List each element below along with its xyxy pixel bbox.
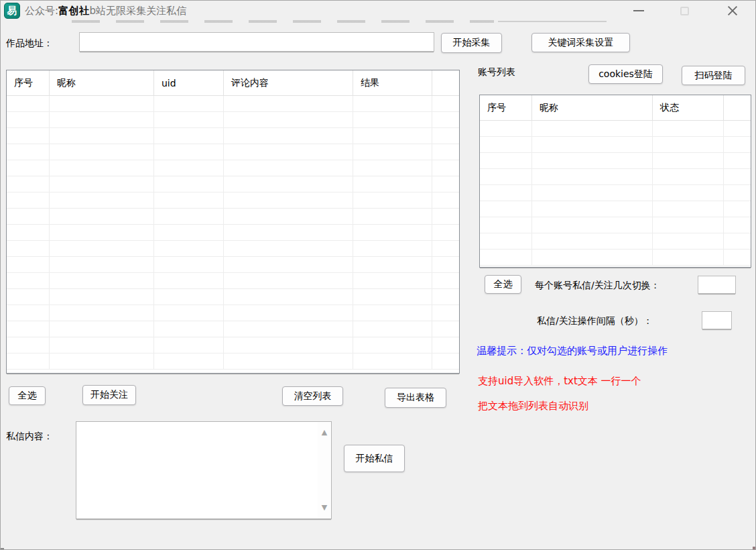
scroll-up-icon[interactable]: ▲ xyxy=(318,428,331,437)
column-header-nickname[interactable]: 昵称 xyxy=(50,70,154,95)
table-row[interactable] xyxy=(7,321,459,337)
accounts-table-body[interactable] xyxy=(480,121,751,267)
table-cell xyxy=(653,137,724,152)
table-row[interactable] xyxy=(7,241,459,257)
table-cell xyxy=(154,209,224,224)
table-cell xyxy=(7,209,50,224)
message-scrollbar[interactable]: ▲ ▼ xyxy=(318,422,331,518)
table-row[interactable] xyxy=(480,169,751,185)
minimize-button[interactable] xyxy=(617,1,660,21)
table-cell xyxy=(532,250,653,265)
work-url-label: 作品地址： xyxy=(6,38,53,50)
table-cell xyxy=(7,225,50,240)
table-cell xyxy=(480,201,532,217)
message-content-input[interactable] xyxy=(76,422,318,518)
table-cell xyxy=(432,96,459,111)
clear-list-button[interactable]: 清空列表 xyxy=(282,386,343,406)
column-header-index[interactable]: 序号 xyxy=(7,70,50,95)
table-cell xyxy=(653,201,724,217)
table-cell xyxy=(7,128,50,144)
comments-select-all-button[interactable]: 全选 xyxy=(9,386,46,405)
switch-count-input[interactable] xyxy=(698,276,736,294)
table-row[interactable] xyxy=(7,112,459,128)
table-row[interactable] xyxy=(480,185,751,201)
column-header-comment[interactable]: 评论内容 xyxy=(224,70,353,95)
column-header-status[interactable]: 状态 xyxy=(653,95,724,120)
table-cell xyxy=(432,257,459,272)
table-cell xyxy=(432,321,459,337)
table-row[interactable] xyxy=(7,305,459,321)
accounts-select-all-button[interactable]: 全选 xyxy=(485,275,521,294)
keyword-collect-settings-button[interactable]: 关键词采集设置 xyxy=(531,33,630,52)
table-cell xyxy=(7,353,50,369)
comments-table-body[interactable] xyxy=(7,96,459,373)
table-cell xyxy=(480,233,532,249)
table-row[interactable] xyxy=(7,225,459,241)
table-row[interactable] xyxy=(7,160,459,176)
table-cell xyxy=(154,305,224,321)
table-row[interactable] xyxy=(7,96,459,112)
table-row[interactable] xyxy=(480,233,751,250)
table-row[interactable] xyxy=(7,289,459,305)
start-message-button[interactable]: 开始私信 xyxy=(344,445,405,472)
table-cell xyxy=(154,192,224,208)
table-row[interactable] xyxy=(7,353,459,370)
table-row[interactable] xyxy=(7,273,459,289)
table-row[interactable] xyxy=(7,144,459,160)
table-cell xyxy=(7,176,50,192)
table-cell xyxy=(432,289,459,305)
cookies-login-button[interactable]: cookies登陆 xyxy=(588,64,663,84)
qr-login-button[interactable]: 扫码登陆 xyxy=(682,66,745,85)
table-row[interactable] xyxy=(480,250,751,266)
scroll-down-icon[interactable]: ▼ xyxy=(318,503,331,512)
table-cell xyxy=(7,257,50,272)
accounts-table[interactable]: 序号 昵称 状态 xyxy=(479,95,751,268)
table-cell xyxy=(724,201,751,217)
table-row[interactable] xyxy=(7,209,459,225)
table-row[interactable] xyxy=(7,337,459,353)
blurred-watermark-line xyxy=(498,21,607,22)
maximize-button[interactable] xyxy=(660,1,708,21)
close-button[interactable] xyxy=(708,1,756,21)
table-cell xyxy=(7,241,50,256)
table-cell xyxy=(653,233,724,249)
table-cell xyxy=(353,273,432,288)
table-cell xyxy=(532,233,653,249)
export-table-button[interactable]: 导出表格 xyxy=(385,388,446,408)
table-cell xyxy=(480,185,532,201)
accounts-table-header: 序号 昵称 状态 xyxy=(480,95,751,121)
table-cell xyxy=(154,96,224,111)
work-url-input[interactable] xyxy=(79,32,434,52)
table-cell xyxy=(224,209,353,224)
table-row[interactable] xyxy=(7,257,459,273)
comments-table[interactable]: 序号 昵称 uid 评论内容 结果 xyxy=(6,70,460,374)
table-cell xyxy=(224,96,353,111)
interval-input[interactable] xyxy=(702,311,732,329)
table-row[interactable] xyxy=(480,121,751,137)
table-row[interactable] xyxy=(7,176,459,192)
table-row[interactable] xyxy=(7,192,459,209)
table-cell xyxy=(353,176,432,192)
table-cell xyxy=(50,96,154,111)
table-cell xyxy=(353,144,432,160)
maximize-icon xyxy=(680,7,689,15)
table-row[interactable] xyxy=(7,128,459,144)
table-cell xyxy=(353,289,432,305)
table-row[interactable] xyxy=(480,153,751,169)
table-cell xyxy=(653,121,724,136)
table-cell xyxy=(50,241,154,256)
start-collect-button[interactable]: 开始采集 xyxy=(441,33,502,53)
table-cell xyxy=(432,192,459,208)
table-cell xyxy=(353,321,432,337)
table-row[interactable] xyxy=(480,217,751,233)
column-header-result[interactable]: 结果 xyxy=(353,70,432,95)
table-cell xyxy=(50,112,154,127)
table-row[interactable] xyxy=(480,137,751,153)
table-cell xyxy=(50,192,154,208)
column-header-index[interactable]: 序号 xyxy=(480,95,532,120)
table-cell xyxy=(724,233,751,249)
column-header-nickname[interactable]: 昵称 xyxy=(532,95,653,120)
column-header-uid[interactable]: uid xyxy=(154,70,224,95)
table-row[interactable] xyxy=(480,201,751,217)
start-follow-button[interactable]: 开始关注 xyxy=(82,385,136,405)
